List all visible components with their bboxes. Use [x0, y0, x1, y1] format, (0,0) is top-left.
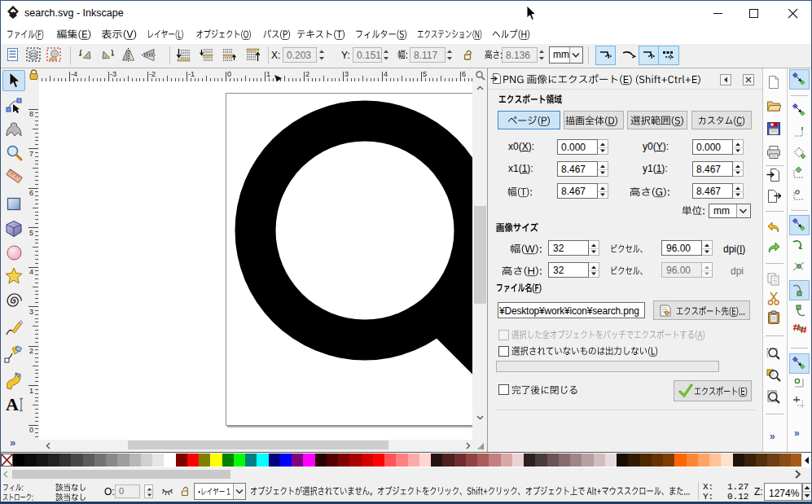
svg-text:A: A [6, 395, 19, 414]
